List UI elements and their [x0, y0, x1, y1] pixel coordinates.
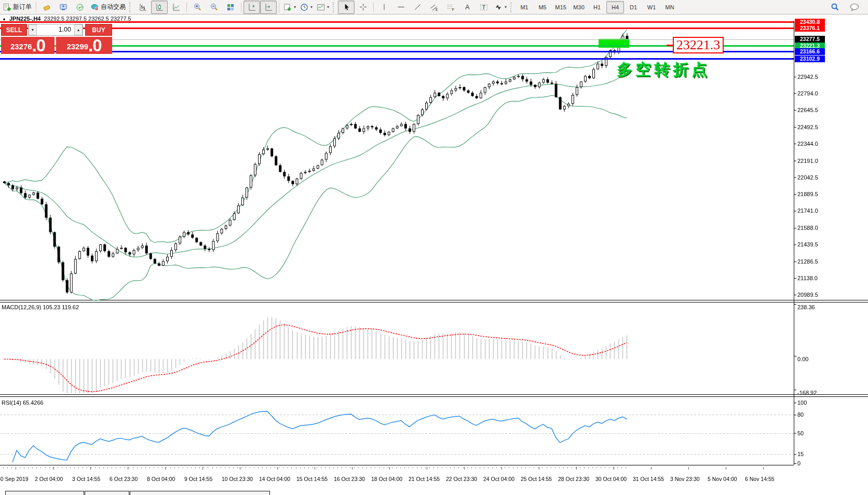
equidistant-channel-button[interactable]: E: [426, 1, 442, 14]
timeframe-group: M1M5M15M30H1H4D1W1MN: [516, 1, 679, 13]
cursor-icon: [343, 3, 350, 11]
macd-label: MACD(12,26,9) 105.23 119.62: [2, 304, 79, 310]
y-axis-label: 22042.5: [797, 174, 818, 181]
timeframe-MN[interactable]: MN: [661, 1, 679, 13]
divider: [186, 2, 187, 12]
volume-value[interactable]: 1.00: [37, 24, 74, 35]
y-axis-label: 21138.0: [797, 275, 818, 281]
chart-title: ▲ JPN225-,H4 23292.5 23297.5 23262.5 232…: [2, 16, 131, 22]
one-click-trading-panel: SELL ▼ 1.00 ▲ BUY 23276.0 23299.0: [1, 24, 112, 54]
sell-button[interactable]: SELL: [1, 24, 27, 36]
tile-windows-icon: [226, 3, 235, 11]
chart-shift-icon: [248, 3, 256, 11]
text-a-icon: A: [464, 3, 471, 11]
callout-link: [667, 45, 673, 46]
cursor-button[interactable]: [338, 1, 355, 14]
new-chart-icon: [283, 3, 292, 11]
signals-button[interactable]: [72, 1, 88, 14]
chart-area[interactable]: ▲ JPN225-,H4 23292.5 23297.5 23262.5 232…: [0, 15, 868, 495]
y-axis-label: 20989.5: [797, 292, 818, 298]
symbol-period: JPN225-,H4: [9, 16, 41, 22]
volume-up-button[interactable]: ▲: [74, 24, 83, 35]
terminal-button[interactable]: [55, 1, 72, 14]
zoom-in-button[interactable]: [189, 1, 206, 14]
price-axis-border: [794, 21, 794, 465]
rsi-axis-label: 50: [797, 430, 804, 436]
price-tag: 23277.5: [795, 36, 825, 43]
buy-price[interactable]: 23299.0: [56, 37, 112, 54]
auto-scroll-button[interactable]: [260, 1, 277, 14]
toolbar-grip[interactable]: [510, 2, 513, 12]
crosshair-icon: [359, 3, 367, 11]
chat-button[interactable]: [846, 1, 863, 14]
clock-icon: [300, 3, 308, 11]
line-chart-button[interactable]: [168, 1, 184, 14]
volume-down-button[interactable]: ▼: [29, 24, 37, 35]
timeframe-W1[interactable]: W1: [643, 1, 660, 13]
horizontal-level-line[interactable]: [0, 28, 794, 29]
oneclick-toggle-icon[interactable]: ▲: [2, 17, 6, 21]
y-axis-label: 22191.0: [797, 158, 818, 164]
tile-windows-button[interactable]: [222, 1, 239, 14]
divider: [279, 2, 279, 12]
divider: [36, 2, 36, 12]
toolbar-grip[interactable]: [129, 2, 132, 12]
price-tag: 23166.6: [795, 48, 825, 55]
candlestick-chart-icon: [155, 3, 164, 11]
fibonacci-button[interactable]: F: [442, 1, 459, 14]
x-axis-label: 14 Oct 04:00: [259, 476, 290, 482]
annotation-text[interactable]: 多空转折点: [617, 59, 710, 80]
candlestick-chart-button[interactable]: [151, 1, 168, 14]
indicators-button[interactable]: ▾: [315, 1, 331, 14]
timeframe-M1[interactable]: M1: [516, 1, 533, 13]
crosshair-button[interactable]: [355, 1, 371, 14]
y-axis-label: 21588.0: [797, 225, 818, 231]
channel-icon: E: [430, 3, 438, 11]
mql-editor-button[interactable]: [38, 1, 55, 14]
y-axis-label: 22942.5: [797, 74, 818, 80]
timeframe-M5[interactable]: M5: [534, 1, 551, 13]
divider: [373, 2, 374, 12]
timeframe-M30[interactable]: M30: [570, 1, 588, 13]
x-axis-label: 28 Oct 23:30: [558, 476, 589, 482]
y-axis-label: 22344.0: [797, 141, 818, 147]
timeframe-M15[interactable]: M15: [552, 1, 569, 13]
period-button[interactable]: ▾: [298, 1, 315, 14]
y-axis-label: 21889.5: [797, 191, 818, 197]
autotrading-button[interactable]: 自动交易: [88, 1, 128, 14]
top-toolbar: 新订单 自动交易: [0, 0, 868, 15]
timeframe-D1[interactable]: D1: [625, 1, 642, 13]
buy-button[interactable]: BUY: [85, 24, 112, 36]
sell-price[interactable]: 23276.0: [1, 37, 55, 54]
timeframe-H1[interactable]: H1: [588, 1, 606, 13]
line-chart-icon: [172, 3, 180, 11]
search-button[interactable]: [826, 1, 843, 14]
new-chart-button[interactable]: ▾: [281, 1, 298, 14]
new-order-label: 新订单: [13, 3, 32, 11]
label-button[interactable]: T: [476, 1, 492, 14]
trendline-icon: [414, 3, 422, 11]
new-order-button[interactable]: 新订单: [1, 1, 34, 14]
search-icon: [831, 3, 839, 11]
zoom-out-button[interactable]: [206, 1, 222, 14]
vertical-line-button[interactable]: [376, 1, 392, 14]
autotrading-label: 自动交易: [101, 3, 126, 11]
text-label-icon: T: [480, 3, 488, 11]
main-chart-canvas[interactable]: [0, 15, 868, 495]
trendline-button[interactable]: [409, 1, 426, 14]
macd-axis-label: 238.36: [797, 304, 815, 310]
terminal-icon: [59, 3, 67, 11]
x-axis-label: 2 Oct 04:00: [35, 476, 63, 482]
bar-chart-button[interactable]: [134, 1, 151, 14]
toolbar-grip[interactable]: [333, 2, 335, 12]
rsi-axis-label: 15: [797, 451, 804, 457]
price-callout[interactable]: 23221.3: [673, 37, 724, 53]
sell-price-main: 23276: [10, 40, 32, 53]
text-button[interactable]: A: [459, 1, 476, 14]
horizontal-line-button[interactable]: [392, 1, 409, 14]
arrows-button[interactable]: ▾: [492, 1, 509, 14]
chart-shift-button[interactable]: [243, 1, 260, 14]
timeframe-H4[interactable]: H4: [606, 1, 624, 13]
new-order-icon: [3, 3, 11, 11]
buy-price-main: 23299: [66, 40, 88, 53]
